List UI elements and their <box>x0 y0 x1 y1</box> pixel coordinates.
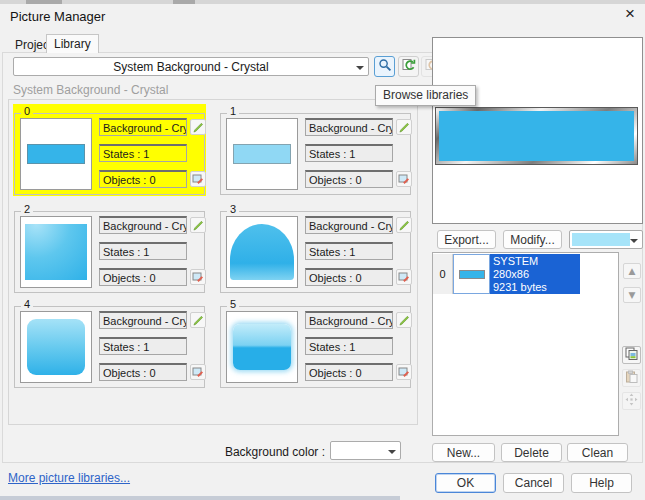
objects-field: Objects : 0 <box>99 170 187 188</box>
library-select-value: System Background - Crystal <box>113 60 268 74</box>
states-field: States : 1 <box>99 337 187 355</box>
copy-picture-button[interactable] <box>622 346 641 364</box>
new-button[interactable]: New... <box>432 443 495 462</box>
picture-name-field: Background - Cry... <box>305 311 393 329</box>
state-list[interactable]: 0 SYSTEM 280x86 9231 bytes <box>432 252 619 436</box>
picture-name-field: Background - Cry... <box>99 216 187 234</box>
preview-metallic-frame <box>435 107 638 165</box>
current-library-label: System Background - Crystal <box>13 83 168 97</box>
edit-name-button[interactable] <box>396 312 412 328</box>
grid-item-index: 5 <box>227 298 239 310</box>
copy-icon <box>625 347 638 363</box>
grid-item-3[interactable]: 3 Background - Cry... States : 1 Objects… <box>219 202 412 294</box>
edit-name-button[interactable] <box>396 119 412 135</box>
background-shape <box>25 224 87 280</box>
picture-manager-dialog: Picture Manager × Project Library System… <box>0 0 645 500</box>
states-field: States : 1 <box>99 144 187 162</box>
grid-item-5[interactable]: 5 Background - Cry... States : 1 Objects… <box>219 297 412 389</box>
states-field: States : 1 <box>305 144 393 162</box>
close-icon[interactable]: × <box>618 3 642 25</box>
picture-name-field: Background - Cry... <box>99 118 187 136</box>
chevron-down-icon <box>356 66 364 70</box>
move-arrows-icon <box>625 393 638 409</box>
browse-libraries-button[interactable] <box>374 56 395 77</box>
grid-item-index: 4 <box>21 298 33 310</box>
grid-item-index: 0 <box>21 105 33 117</box>
move-icon-button[interactable] <box>622 392 641 410</box>
state-thumbnail <box>453 254 490 294</box>
states-field: States : 1 <box>305 337 393 355</box>
background-shape <box>233 324 291 370</box>
picture-color-select[interactable] <box>569 230 643 249</box>
states-field: States : 1 <box>305 242 393 260</box>
picture-thumbnail[interactable] <box>226 311 298 383</box>
grid-item-1[interactable]: 1 Background - Cry... States : 1 Objects… <box>219 104 412 196</box>
edit-objects-button[interactable] <box>396 269 412 285</box>
edit-name-button[interactable] <box>190 119 206 135</box>
library-select[interactable]: System Background - Crystal <box>13 57 369 76</box>
grid-item-4[interactable]: 4 Background - Cry... States : 1 Objects… <box>13 297 206 389</box>
background-window-artifact <box>0 0 645 4</box>
modify-button[interactable]: Modify... <box>503 230 562 249</box>
background-shape <box>230 224 294 280</box>
picture-grid: 0 Background - Cry... States : 1 Objects… <box>8 99 418 425</box>
objects-field: Objects : 0 <box>305 170 393 188</box>
edit-objects-button[interactable] <box>396 364 412 380</box>
picture-thumbnail[interactable] <box>20 311 92 383</box>
grid-item-0[interactable]: 0 Background - Cry... States : 1 Objects… <box>13 104 206 196</box>
background-window-artifact <box>0 496 400 500</box>
edit-objects-button[interactable] <box>190 171 206 187</box>
grid-item-index: 3 <box>227 203 239 215</box>
library-refresh-icon <box>401 58 416 76</box>
background-shape <box>27 144 85 164</box>
picture-name-field: Background - Cry... <box>305 118 393 136</box>
chevron-down-icon <box>630 239 638 243</box>
edit-objects-button[interactable] <box>396 171 412 187</box>
grid-item-index: 1 <box>227 105 239 117</box>
ok-button[interactable]: OK <box>435 473 496 493</box>
background-color-select[interactable] <box>330 441 401 460</box>
objects-field: Objects : 0 <box>305 363 393 381</box>
magnifier-icon <box>378 58 392 75</box>
background-shape <box>233 144 291 164</box>
edit-name-button[interactable] <box>396 217 412 233</box>
more-picture-libraries-link[interactable]: More picture libraries... <box>8 471 130 485</box>
picture-name-field: Background - Cry... <box>99 311 187 329</box>
picture-thumbnail[interactable] <box>20 118 92 190</box>
edit-objects-button[interactable] <box>190 269 206 285</box>
background-window-artifact <box>173 0 195 4</box>
edit-name-button[interactable] <box>190 217 206 233</box>
move-down-button[interactable]: ▼ <box>623 287 641 303</box>
tooltip: Browse libraries <box>375 85 476 106</box>
grid-item-2[interactable]: 2 Background - Cry... States : 1 Objects… <box>13 202 206 294</box>
picture-thumbnail[interactable] <box>226 216 298 288</box>
objects-field: Objects : 0 <box>99 268 187 286</box>
state-details: SYSTEM 280x86 9231 bytes <box>490 254 580 294</box>
background-shape <box>459 270 485 279</box>
state-title: SYSTEM 280x86 <box>493 255 577 281</box>
picture-thumbnail[interactable] <box>226 118 298 190</box>
color-swatch <box>572 233 630 246</box>
picture-name-field: Background - Cry... <box>305 216 393 234</box>
window-title: Picture Manager <box>10 9 105 24</box>
objects-field: Objects : 0 <box>99 363 187 381</box>
move-up-button[interactable]: ▲ <box>623 263 641 279</box>
objects-field: Objects : 0 <box>305 268 393 286</box>
edit-name-button[interactable] <box>190 312 206 328</box>
paste-icon <box>625 370 638 386</box>
help-button[interactable]: Help <box>571 473 632 493</box>
export-button[interactable]: Export... <box>437 230 496 249</box>
delete-button[interactable]: Delete <box>501 443 562 462</box>
chevron-down-icon <box>388 450 396 454</box>
paste-icon-button[interactable] <box>622 369 641 387</box>
edit-objects-button[interactable] <box>190 364 206 380</box>
picture-preview-pane <box>432 37 643 224</box>
background-shape <box>27 319 85 375</box>
state-list-item[interactable]: 0 SYSTEM 280x86 9231 bytes <box>433 254 618 294</box>
clean-button[interactable]: Clean <box>567 443 628 462</box>
picture-thumbnail[interactable] <box>20 216 92 288</box>
state-index: 0 <box>433 254 453 294</box>
import-library-button[interactable] <box>398 56 419 77</box>
tab-library[interactable]: Library <box>46 34 99 53</box>
cancel-button[interactable]: Cancel <box>503 473 564 493</box>
